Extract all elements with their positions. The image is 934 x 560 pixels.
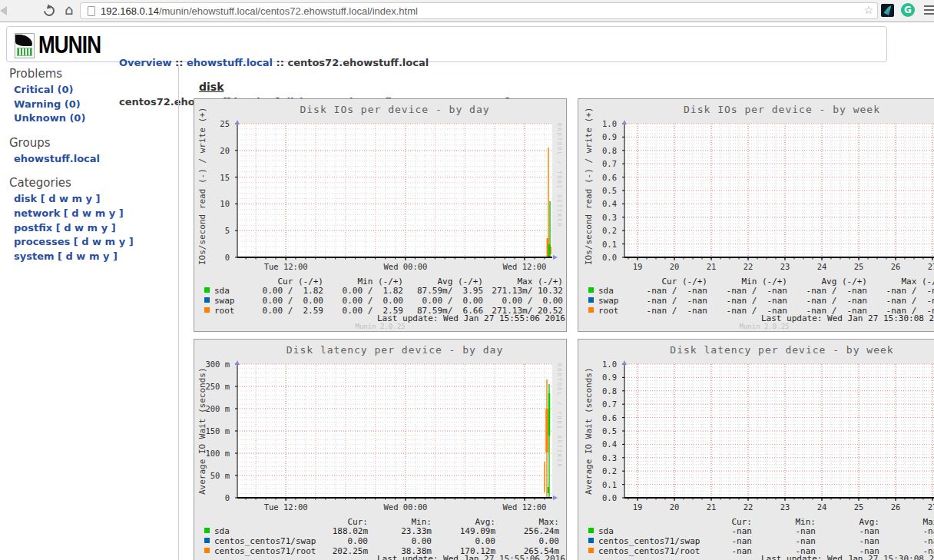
y-tick-label: 0.2 — [580, 466, 617, 476]
legend-color-swatch — [588, 548, 594, 553]
y-tick-label: 50 m — [196, 471, 230, 480]
chart-plot[interactable] — [237, 364, 552, 498]
x-tick-label: 23 — [780, 262, 790, 271]
munin-version-text: Munin 2.0.25 — [194, 323, 566, 330]
y-tick-label: 0.6 — [580, 173, 617, 182]
y-tick-label: 0.0 — [580, 253, 617, 262]
browser-menu-icon[interactable] — [924, 5, 934, 17]
legend-color-swatch — [204, 307, 210, 313]
last-update-text: Last update: Wed Jan 27 15:55:06 2016 — [302, 554, 565, 560]
sidebar-item-category-disk[interactable]: disk [ d w m y ] — [14, 192, 178, 207]
y-tick-label: 0 — [196, 253, 230, 262]
rrdtool-watermark: RRDTOOL / TOBI OETIKER — [556, 363, 562, 469]
y-tick-label: 250 m — [196, 382, 230, 391]
sidebar-heading-categories: Categories — [9, 176, 178, 190]
legend-color-swatch — [204, 287, 210, 293]
graph-panel-disk-ios-week: Disk IOs per device - by week IOs/second… — [578, 98, 934, 332]
y-tick-label: 0.9 — [580, 132, 617, 141]
sidebar-item-unknown[interactable]: Unknown (0) — [14, 111, 178, 126]
sidebar-item-category-processes[interactable]: processes [ d w m y ] — [14, 235, 178, 250]
y-tick-label: 5 — [196, 226, 230, 235]
bookmark-star-icon[interactable]: ☆ — [863, 4, 873, 16]
x-tick-label: Tue 12:00 — [264, 502, 308, 512]
y-tick-label: 0.3 — [580, 453, 617, 462]
munin-header: MUNIN Overview :: ehowstuff.local :: cen… — [6, 26, 887, 62]
rrdtool-watermark: RRDTOOL / TOBI OETIKER — [556, 123, 562, 228]
home-icon[interactable]: ⌂ — [65, 2, 73, 18]
x-tick-label: 26 — [891, 262, 901, 271]
y-tick-label: 0.2 — [580, 226, 617, 235]
sidebar-heading-problems: Problems — [9, 67, 178, 81]
graph-title: Disk IOs per device - by week — [624, 104, 934, 115]
chart-plot[interactable] — [237, 124, 552, 257]
y-tick-label: 0.1 — [580, 240, 617, 249]
y-tick-label: 1.0 — [580, 360, 617, 369]
legend-value: -nan / -nan — [847, 296, 934, 306]
chart-plot[interactable] — [624, 124, 934, 257]
y-tick-label: 300 m — [196, 360, 230, 369]
y-tick-label: 0.0 — [580, 493, 617, 502]
legend-value: -nan / -nan — [847, 286, 934, 296]
x-tick-label: 24 — [817, 262, 827, 271]
legend-value: -nan — [843, 526, 934, 536]
extension-grammarly-icon[interactable]: G — [901, 3, 915, 17]
x-tick-label: 27 — [928, 262, 934, 271]
x-tick-label: 19 — [633, 502, 643, 512]
x-tick-label: Wed 00:00 — [383, 262, 427, 271]
section-heading-disk[interactable]: disk — [199, 81, 224, 93]
x-tick-label: 20 — [670, 262, 680, 271]
legend-color-swatch — [204, 528, 210, 533]
x-tick-label: Wed 12:00 — [502, 262, 546, 271]
y-tick-label: 0.4 — [580, 199, 617, 208]
y-tick-label: 150 m — [196, 426, 230, 436]
page-icon — [88, 6, 95, 16]
reload-icon[interactable] — [41, 3, 57, 18]
x-tick-label: 26 — [891, 502, 901, 512]
x-tick-label: 22 — [744, 262, 753, 271]
x-tick-label: 19 — [633, 262, 643, 271]
legend-value: 256.24m — [459, 526, 559, 536]
url-text[interactable]: 192.168.0.14/munin/ehowstuff.local/cento… — [101, 5, 418, 17]
x-tick-label: 27 — [928, 502, 934, 512]
legend-series-name: sda — [598, 526, 614, 536]
y-axis-label: IOs/second read (-) / write (+) — [197, 116, 207, 265]
back-button-icon[interactable] — [0, 6, 7, 15]
sidebar-item-warning[interactable]: Warning (0) — [14, 98, 178, 112]
y-tick-label: 0.3 — [580, 213, 617, 222]
graph-title: Disk latency per device - by day — [237, 344, 552, 356]
graph-title: Disk latency per device - by week — [624, 344, 934, 356]
graph-title: Disk IOs per device - by day — [237, 104, 552, 115]
graph-panel-disk-latency-week: Disk latency per device - by week Averag… — [578, 339, 934, 560]
sidebar-item-category-system[interactable]: system [ d w m y ] — [14, 250, 178, 264]
y-tick-label: 100 m — [196, 449, 230, 458]
breadcrumb-host: centos72.ehowstuff.local — [287, 57, 429, 68]
chart-plot[interactable] — [624, 364, 934, 498]
y-tick-label: 0.7 — [580, 399, 617, 409]
breadcrumb-link-group[interactable]: ehowstuff.local — [187, 57, 273, 68]
legend-color-swatch — [588, 528, 594, 533]
x-tick-label: Wed 12:00 — [502, 502, 546, 512]
y-tick-label: 200 m — [196, 404, 230, 413]
legend-color-swatch — [588, 538, 594, 543]
y-tick-label: 0.8 — [580, 146, 617, 155]
y-tick-label: 0.8 — [580, 386, 617, 396]
munin-logo[interactable]: MUNIN — [15, 31, 113, 59]
sidebar-item-group-ehowstuff[interactable]: ehowstuff.local — [14, 152, 178, 167]
y-tick-label: 0.6 — [580, 413, 617, 422]
screen: ⌂ 192.168.0.14/munin/ehowstuff.local/cen… — [0, 0, 934, 560]
sidebar: Problems Critical (0) Warning (0) Unknow… — [0, 65, 179, 560]
x-tick-label: 20 — [670, 502, 680, 512]
x-tick-label: 25 — [854, 262, 864, 271]
sidebar-item-category-network[interactable]: network [ d w m y ] — [14, 207, 178, 221]
y-tick-label: 15 — [196, 173, 230, 182]
y-tick-label: 0.9 — [580, 373, 617, 382]
y-tick-label: 25 — [196, 119, 230, 128]
sidebar-item-category-postfix[interactable]: postfix [ d w m y ] — [14, 221, 178, 236]
x-tick-label: 24 — [817, 502, 827, 512]
x-tick-label: 21 — [707, 262, 717, 271]
extension-feather-icon[interactable] — [881, 4, 894, 17]
munin-version-text: Munin 2.0.25 — [578, 323, 934, 330]
url-bar[interactable]: 192.168.0.14/munin/ehowstuff.local/cento… — [80, 2, 878, 19]
y-tick-label: 0.7 — [580, 159, 617, 168]
sidebar-item-critical[interactable]: Critical (0) — [14, 83, 178, 98]
